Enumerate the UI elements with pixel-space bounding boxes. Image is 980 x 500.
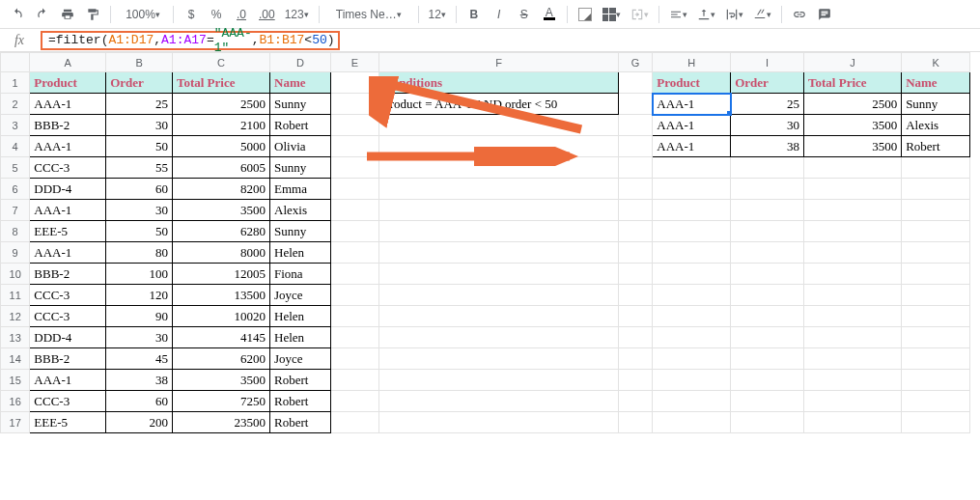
cell[interactable] xyxy=(330,242,379,264)
cell[interactable]: 38 xyxy=(731,136,804,157)
cell[interactable] xyxy=(902,221,970,242)
cell[interactable]: Emma xyxy=(270,179,331,200)
cell[interactable] xyxy=(330,370,379,391)
borders-button[interactable] xyxy=(599,3,625,26)
row-header[interactable]: 2 xyxy=(1,94,30,115)
cell[interactable] xyxy=(330,94,379,115)
cell[interactable]: 2500 xyxy=(172,94,269,115)
cell[interactable] xyxy=(804,348,902,370)
cell[interactable]: AAA-1 xyxy=(30,242,106,264)
cell[interactable]: AAA-1 xyxy=(653,115,731,136)
cell[interactable]: 3500 xyxy=(172,200,269,221)
cell[interactable] xyxy=(618,94,652,115)
font-select[interactable]: Times Ne… xyxy=(325,3,412,26)
cell[interactable] xyxy=(379,306,619,327)
cell[interactable] xyxy=(731,348,804,370)
cell[interactable] xyxy=(618,136,652,157)
cell[interactable] xyxy=(618,242,652,264)
cell[interactable]: 100 xyxy=(106,264,173,285)
cell[interactable]: BBB-2 xyxy=(30,348,106,370)
cell[interactable]: Helen xyxy=(270,306,331,327)
cell[interactable]: Name xyxy=(902,72,970,94)
print-button[interactable] xyxy=(56,3,79,26)
row-header[interactable]: 17 xyxy=(1,412,30,433)
cell[interactable] xyxy=(379,115,619,136)
row-header[interactable]: 16 xyxy=(1,391,30,412)
cell[interactable] xyxy=(618,264,652,285)
cell[interactable] xyxy=(653,391,731,412)
cell[interactable]: AAA-1 xyxy=(30,200,106,221)
cell[interactable]: 12005 xyxy=(172,264,269,285)
cell[interactable] xyxy=(330,306,379,327)
cell[interactable] xyxy=(618,72,652,94)
cell[interactable] xyxy=(653,221,731,242)
row-5[interactable]: 5CCC-3556005Sunny xyxy=(1,157,970,179)
cell[interactable] xyxy=(379,242,619,264)
cell[interactable]: 6200 xyxy=(172,348,269,370)
cell[interactable] xyxy=(330,136,379,157)
cell[interactable]: 30 xyxy=(731,115,804,136)
cell[interactable]: 25 xyxy=(106,94,173,115)
cell[interactable]: Olivia xyxy=(270,136,331,157)
cell[interactable] xyxy=(902,285,970,306)
cell[interactable] xyxy=(330,200,379,221)
rotate-button[interactable] xyxy=(749,3,775,26)
row-header[interactable]: 8 xyxy=(1,221,30,242)
row-header[interactable]: 13 xyxy=(1,327,30,348)
cell[interactable]: Joyce xyxy=(270,348,331,370)
cell[interactable] xyxy=(902,327,970,348)
cell[interactable]: 5000 xyxy=(172,136,269,157)
cell[interactable]: EEE-5 xyxy=(30,412,106,433)
cell[interactable] xyxy=(653,242,731,264)
col-f[interactable]: F xyxy=(379,53,619,72)
cell[interactable]: Order xyxy=(106,72,173,94)
row-2[interactable]: 2AAA-1252500Sunnyproduct = AAA-1 AND ord… xyxy=(1,94,970,115)
row-1[interactable]: 1ProductOrderTotal PriceNameConditionsPr… xyxy=(1,72,970,94)
cell[interactable]: 30 xyxy=(106,200,173,221)
strikethrough-button[interactable]: S xyxy=(513,3,536,26)
cell[interactable]: 45 xyxy=(106,348,173,370)
cell[interactable]: 55 xyxy=(106,157,173,179)
row-9[interactable]: 9AAA-1808000Helen xyxy=(1,242,970,264)
row-14[interactable]: 14BBB-2456200Joyce xyxy=(1,348,970,370)
cell[interactable] xyxy=(379,264,619,285)
percent-button[interactable]: % xyxy=(205,3,228,26)
cell[interactable] xyxy=(653,157,731,179)
italic-button[interactable]: I xyxy=(488,3,511,26)
cell[interactable] xyxy=(330,348,379,370)
cell[interactable] xyxy=(379,348,619,370)
row-header[interactable]: 14 xyxy=(1,348,30,370)
cell[interactable] xyxy=(731,157,804,179)
cell[interactable]: 8000 xyxy=(172,242,269,264)
cell[interactable] xyxy=(618,412,652,433)
cell[interactable] xyxy=(804,285,902,306)
comment-button[interactable] xyxy=(813,3,836,26)
cell[interactable] xyxy=(731,391,804,412)
cell[interactable]: product = AAA-1 AND order < 50 xyxy=(379,94,619,115)
zoom-select[interactable]: 100% xyxy=(117,3,167,26)
cell[interactable] xyxy=(902,200,970,221)
cell[interactable]: Sunny xyxy=(270,221,331,242)
merge-button[interactable] xyxy=(627,3,653,26)
row-13[interactable]: 13DDD-4304145Helen xyxy=(1,327,970,348)
col-j[interactable]: J xyxy=(804,53,902,72)
cell[interactable] xyxy=(804,391,902,412)
cell[interactable] xyxy=(902,412,970,433)
cell[interactable] xyxy=(731,370,804,391)
cell[interactable] xyxy=(902,157,970,179)
cell[interactable] xyxy=(330,327,379,348)
decrease-decimal-button[interactable]: .0 xyxy=(230,3,253,26)
cell[interactable]: Joyce xyxy=(270,285,331,306)
cell[interactable]: CCC-3 xyxy=(30,285,106,306)
bold-button[interactable]: B xyxy=(462,3,486,26)
row-10[interactable]: 10BBB-210012005Fiona xyxy=(1,264,970,285)
cell[interactable] xyxy=(804,157,902,179)
spreadsheet[interactable]: A B C D E F G H I J K 1ProductOrderTotal… xyxy=(0,52,980,433)
currency-button[interactable]: $ xyxy=(180,3,203,26)
cell[interactable]: Conditions xyxy=(379,72,619,94)
cell[interactable] xyxy=(618,306,652,327)
cell[interactable]: AAA-1 xyxy=(653,94,731,115)
cell[interactable] xyxy=(653,179,731,200)
cell[interactable] xyxy=(379,200,619,221)
cell[interactable] xyxy=(902,264,970,285)
